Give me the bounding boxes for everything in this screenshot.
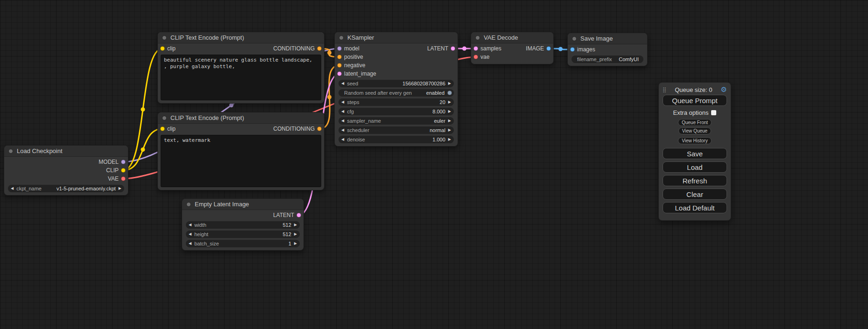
prev-value-arrow-icon[interactable]: ◀	[339, 136, 347, 143]
save-button[interactable]: Save	[663, 148, 727, 159]
input-dot-positive[interactable]	[337, 55, 342, 59]
collapse-dot-icon[interactable]	[339, 35, 344, 40]
slot-label: latent_image	[344, 70, 376, 78]
output-dot-vae[interactable]	[121, 176, 126, 181]
node-ksampler[interactable]: KSampler model LATENT positive negative …	[334, 32, 458, 147]
widget-batch-size[interactable]: ◀ batch_size 1 ▶	[186, 240, 300, 247]
input-dot-clip[interactable]	[160, 126, 165, 131]
widget-width[interactable]: ◀ width 512 ▶	[186, 221, 300, 229]
prev-value-arrow-icon[interactable]: ◀	[339, 98, 347, 106]
node-graph-canvas[interactable]: Load Checkpoint MODEL CLIP VAE ◀ ckpt_na…	[0, 0, 868, 329]
widget-filename-prefix[interactable]: filename_prefix ComfyUI	[572, 56, 643, 63]
widget-steps[interactable]: ◀ steps 20 ▶	[339, 98, 454, 106]
next-value-arrow-icon[interactable]: ▶	[116, 185, 124, 192]
link-midpoint-dot[interactable]	[327, 95, 332, 99]
node-load-checkpoint[interactable]: Load Checkpoint MODEL CLIP VAE ◀ ckpt_na…	[4, 145, 128, 196]
widget-random-seed-toggle[interactable]: Random seed after every gen enabled	[339, 89, 454, 97]
prev-value-arrow-icon[interactable]: ◀	[186, 231, 194, 238]
next-value-arrow-icon[interactable]: ▶	[445, 108, 454, 115]
output-dot-latent[interactable]	[451, 46, 455, 51]
slot-label: negative	[344, 61, 365, 70]
view-history-button[interactable]: View History	[678, 137, 711, 144]
collapse-dot-icon[interactable]	[475, 35, 480, 40]
node-title-bar[interactable]: Empty Latent Image	[182, 199, 303, 210]
prev-value-arrow-icon[interactable]: ◀	[339, 108, 347, 115]
widget-denoise[interactable]: ◀ denoise 1.000 ▶	[339, 136, 454, 143]
node-empty-latent-image[interactable]: Empty Latent Image LATENT ◀ width 512 ▶ …	[182, 198, 304, 251]
prev-value-arrow-icon[interactable]: ◀	[186, 240, 194, 247]
next-value-arrow-icon[interactable]: ▶	[445, 117, 454, 125]
link-midpoint-dot[interactable]	[558, 47, 563, 51]
collapse-dot-icon[interactable]	[186, 202, 191, 207]
queue-prompt-button[interactable]: Queue Prompt	[663, 95, 727, 106]
widget-sampler-name[interactable]: ◀ sampler_name euler ▶	[339, 117, 454, 125]
node-save-image[interactable]: Save Image images filename_prefix ComfyU…	[567, 33, 648, 66]
menu-header: ⣿ Queue size: 0 ⚙	[663, 84, 727, 95]
next-value-arrow-icon[interactable]: ▶	[445, 136, 454, 143]
node-title-bar[interactable]: Save Image	[568, 33, 647, 44]
node-title-bar[interactable]: CLIP Text Encode (Prompt)	[158, 32, 324, 43]
input-dot-model[interactable]	[337, 46, 342, 51]
widget-cfg[interactable]: ◀ cfg 8.000 ▶	[339, 108, 454, 115]
prev-value-arrow-icon[interactable]: ◀	[186, 221, 194, 229]
widget-scheduler[interactable]: ◀ scheduler normal ▶	[339, 126, 454, 134]
widget-ckpt-name[interactable]: ◀ ckpt_name v1-5-pruned-emaonly.ckpt ▶	[8, 185, 124, 192]
next-value-arrow-icon[interactable]: ▶	[445, 126, 454, 134]
drag-handle-icon[interactable]: ⣿	[663, 87, 666, 93]
input-dot-images[interactable]	[570, 47, 575, 52]
toggle-indicator-icon[interactable]	[447, 91, 452, 95]
node-clip-text-encode-negative[interactable]: CLIP Text Encode (Prompt) clip CONDITION…	[157, 112, 325, 190]
collapse-dot-icon[interactable]	[8, 149, 13, 154]
input-dot-clip[interactable]	[160, 46, 165, 51]
queue-front-button[interactable]: Queue Front	[678, 119, 712, 126]
input-dot-samples[interactable]	[473, 46, 478, 51]
output-dot-conditioning[interactable]	[317, 126, 322, 131]
node-title-bar[interactable]: VAE Decode	[471, 32, 553, 43]
next-value-arrow-icon[interactable]: ▶	[291, 240, 300, 247]
load-button[interactable]: Load	[663, 161, 727, 173]
input-dot-latent-image[interactable]	[337, 71, 342, 76]
node-title-bar[interactable]: CLIP Text Encode (Prompt)	[158, 112, 324, 124]
node-vae-decode[interactable]: VAE Decode samples IMAGE vae	[471, 32, 554, 64]
view-queue-button[interactable]: View Queue	[678, 127, 711, 134]
widget-name: denoise	[347, 136, 365, 143]
link-midpoint-dot[interactable]	[141, 147, 145, 152]
link-midpoint-dot[interactable]	[229, 103, 233, 107]
output-dot-conditioning[interactable]	[317, 46, 322, 51]
prev-value-arrow-icon[interactable]: ◀	[339, 117, 347, 125]
link-midpoint-dot[interactable]	[462, 47, 466, 51]
prev-value-arrow-icon[interactable]: ◀	[8, 185, 16, 192]
widget-seed[interactable]: ◀ seed 156680208700286 ▶	[339, 80, 454, 87]
next-value-arrow-icon[interactable]: ▶	[291, 231, 300, 238]
link-midpoint-dot[interactable]	[141, 107, 145, 112]
widget-value: enabled	[426, 89, 445, 97]
extra-options-checkbox[interactable]	[711, 110, 716, 115]
output-dot-image[interactable]	[546, 46, 551, 51]
settings-gear-icon[interactable]: ⚙	[721, 85, 727, 94]
collapse-dot-icon[interactable]	[162, 35, 167, 40]
node-title-bar[interactable]: KSampler	[335, 32, 458, 43]
prev-value-arrow-icon[interactable]: ◀	[339, 126, 347, 134]
negative-prompt-textarea[interactable]: text, watermark	[161, 135, 321, 187]
refresh-button[interactable]: Refresh	[663, 175, 727, 186]
prev-value-arrow-icon[interactable]: ◀	[339, 80, 347, 87]
input-dot-vae[interactable]	[473, 55, 478, 59]
collapse-dot-icon[interactable]	[162, 116, 167, 120]
load-default-button[interactable]: Load Default	[663, 202, 727, 213]
output-dot-model[interactable]	[121, 160, 126, 164]
positive-prompt-textarea[interactable]: beautiful scenery nature glass bottle la…	[161, 55, 321, 100]
output-dot-latent[interactable]	[296, 213, 301, 217]
widget-height[interactable]: ◀ height 512 ▶	[186, 231, 300, 238]
next-value-arrow-icon[interactable]: ▶	[291, 221, 300, 229]
input-dot-negative[interactable]	[337, 63, 342, 68]
link-midpoint-dot[interactable]	[327, 51, 332, 55]
slot-label: model	[344, 44, 360, 53]
node-title-bar[interactable]: Load Checkpoint	[4, 146, 128, 157]
output-dot-clip[interactable]	[121, 168, 126, 173]
collapse-dot-icon[interactable]	[572, 36, 577, 41]
clear-button[interactable]: Clear	[663, 189, 727, 200]
slot-label: LATENT	[273, 211, 294, 219]
node-clip-text-encode-positive[interactable]: CLIP Text Encode (Prompt) clip CONDITION…	[157, 32, 325, 104]
next-value-arrow-icon[interactable]: ▶	[445, 80, 454, 87]
next-value-arrow-icon[interactable]: ▶	[445, 98, 454, 106]
